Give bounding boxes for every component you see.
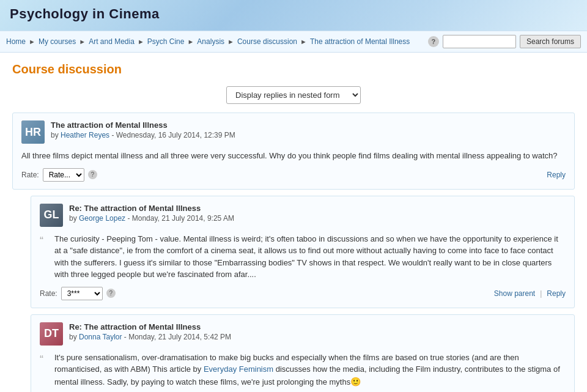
breadcrumb-sep-1: ► <box>29 38 35 45</box>
site-header: Psychology in Cinema <box>0 0 587 31</box>
post-card-1: HR The attraction of Mental Illness by H… <box>12 113 575 190</box>
reply-link-1[interactable]: Reply <box>547 171 566 179</box>
post-card-2: GL Re: The attraction of Mental Illness … <box>31 196 575 308</box>
show-parent-link-2[interactable]: Show parent <box>494 289 535 298</box>
rate-area-2: Rate: Rate... 1* 2** 3*** 4**** 5***** ? <box>40 287 116 300</box>
nav-bar: Home ► My courses ► Art and Media ► Psyc… <box>0 31 587 53</box>
breadcrumb-sep-4: ► <box>187 38 194 45</box>
breadcrumb-sep-6: ► <box>300 38 307 45</box>
rate-select-2[interactable]: Rate... 1* 2** 3*** 4**** 5***** <box>61 287 103 300</box>
rate-label-2: Rate: <box>40 289 57 298</box>
breadcrumb-current: The attraction of Mental Illness <box>310 37 410 46</box>
post-byline-2: by George Lopez - Monday, 21 July 2014, … <box>69 214 566 223</box>
post-body-2: “ The curiosity - Peeping Tom - value. M… <box>40 233 566 281</box>
post-title-2: Re: The attraction of Mental Illness <box>69 204 566 213</box>
post-text-2: The curiosity - Peeping Tom - value. Men… <box>54 233 566 281</box>
post-body-3: “ It's pure sensationalism, over-dramati… <box>40 352 566 388</box>
breadcrumb-sep-3: ► <box>138 38 144 45</box>
post-meta-3: Re: The attraction of Mental Illness by … <box>69 322 566 341</box>
post-title-3: Re: The attraction of Mental Illness <box>69 322 566 331</box>
breadcrumb-mycourses[interactable]: My courses <box>39 37 76 46</box>
post-byline-1: by Heather Reyes - Wednesday, 16 July 20… <box>51 131 566 139</box>
breadcrumb-sep-5: ► <box>227 38 234 45</box>
quote-icon-2: “ <box>40 233 50 243</box>
breadcrumb-artmedia[interactable]: Art and Media <box>89 37 135 46</box>
rate-area-1: Rate: Rate... 1* 2** 3*** 4**** 5***** ? <box>21 168 97 182</box>
breadcrumb-psychcine[interactable]: Psych Cine <box>147 37 185 46</box>
breadcrumb-home[interactable]: Home <box>6 37 26 46</box>
site-title: Psychology in Cinema <box>10 6 577 22</box>
breadcrumb-coursediscussion[interactable]: Course discussion <box>237 37 297 46</box>
post-author-1[interactable]: Heather Reyes <box>61 131 109 139</box>
post-actions-1: Reply <box>547 171 566 179</box>
post-author-3[interactable]: Donna Taylor <box>79 333 122 341</box>
post-header-2: GL Re: The attraction of Mental Illness … <box>40 204 566 227</box>
nav-right: ? Search forums <box>428 35 581 48</box>
post-actions-2: Show parent | Reply <box>494 289 566 298</box>
rate-select-1[interactable]: Rate... 1* 2** 3*** 4**** 5***** <box>43 168 84 182</box>
reply-link-2[interactable]: Reply <box>547 289 566 298</box>
post-header-3: DT Re: The attraction of Mental Illness … <box>40 322 566 346</box>
search-button[interactable]: Search forums <box>520 35 581 48</box>
post-title-1: The attraction of Mental Illness <box>51 120 566 130</box>
avatar-1: HR <box>21 120 45 144</box>
post-footer-2: Rate: Rate... 1* 2** 3*** 4**** 5***** ?… <box>40 287 566 300</box>
rate-help-icon-2[interactable]: ? <box>106 289 116 298</box>
avatar-3: DT <box>40 322 63 346</box>
post-meta-2: Re: The attraction of Mental Illness by … <box>69 204 566 223</box>
actions-sep-2: | <box>540 289 542 298</box>
everyday-feminism-link[interactable]: Everyday Feminism <box>204 364 273 374</box>
avatar-img-2: GL <box>40 204 63 227</box>
avatar-img-3: DT <box>40 322 63 346</box>
breadcrumb-sep-2: ► <box>79 38 86 45</box>
avatar-img-1: HR <box>21 120 45 144</box>
post-meta-1: The attraction of Mental Illness by Heat… <box>51 120 566 139</box>
post-text-1: All three films depict mental illness an… <box>21 150 566 162</box>
display-controls: Display replies in nested form Display r… <box>12 86 575 104</box>
search-input[interactable] <box>443 35 516 48</box>
post-text-3: It's pure sensationalism, over-dramatisa… <box>54 352 566 388</box>
post-card-3: DT Re: The attraction of Mental Illness … <box>31 314 575 393</box>
post-author-2[interactable]: George Lopez <box>79 214 125 223</box>
breadcrumb-analysis[interactable]: Analysis <box>197 37 224 46</box>
main-content: Course discussion Display replies in nes… <box>0 53 587 392</box>
smiley-icon: 🙂 <box>350 375 361 388</box>
avatar-2: GL <box>40 204 63 227</box>
page-title: Course discussion <box>12 62 575 76</box>
help-icon[interactable]: ? <box>428 36 439 47</box>
quote-icon-3: “ <box>40 352 50 361</box>
rate-label-1: Rate: <box>21 171 39 179</box>
display-mode-select[interactable]: Display replies in nested form Display r… <box>226 86 361 104</box>
rate-help-icon-1[interactable]: ? <box>88 170 97 179</box>
post-footer-1: Rate: Rate... 1* 2** 3*** 4**** 5***** ?… <box>21 168 566 182</box>
breadcrumb: Home ► My courses ► Art and Media ► Psyc… <box>6 37 428 46</box>
post-byline-3: by Donna Taylor - Monday, 21 July 2014, … <box>69 333 566 341</box>
post-body-1: All three films depict mental illness an… <box>21 150 566 162</box>
post-header-1: HR The attraction of Mental Illness by H… <box>21 120 566 144</box>
